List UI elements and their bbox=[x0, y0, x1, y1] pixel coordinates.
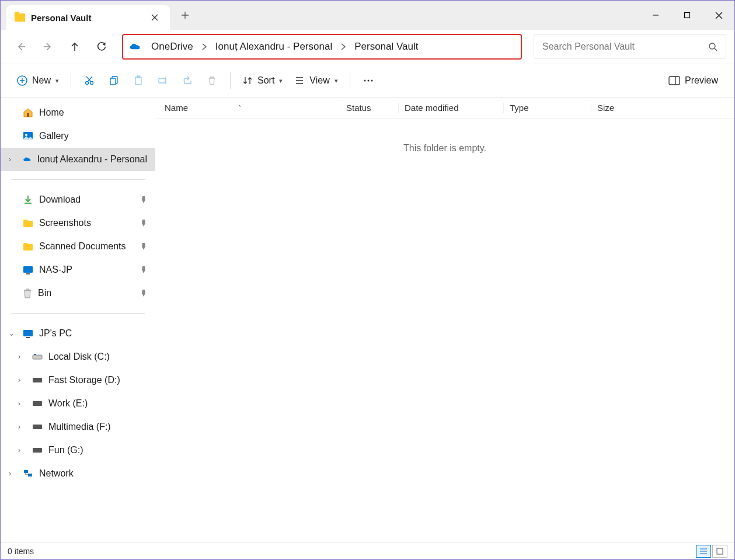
new-tab-button[interactable] bbox=[173, 4, 197, 27]
drive-icon bbox=[32, 377, 43, 383]
sidebar-item-drive-f[interactable]: › Multimedia (F:) bbox=[1, 415, 155, 439]
sidebar-item-drive-e[interactable]: › Work (E:) bbox=[1, 392, 155, 415]
chevron-right-icon[interactable]: › bbox=[18, 423, 20, 431]
svg-rect-8 bbox=[159, 78, 165, 83]
divider bbox=[11, 313, 145, 314]
svg-point-3 bbox=[86, 82, 89, 85]
sidebar-item-label: Fast Storage (D:) bbox=[48, 375, 120, 385]
sidebar-item-network[interactable]: › Network bbox=[1, 462, 155, 485]
delete-button[interactable] bbox=[200, 69, 224, 92]
sidebar-item-gallery[interactable]: Gallery bbox=[1, 124, 155, 148]
address-bar-row: OneDrive Ionuț Alexandru - Personal Pers… bbox=[1, 30, 734, 64]
item-count: 0 items bbox=[8, 547, 34, 556]
svg-rect-25 bbox=[33, 448, 42, 453]
sidebar-item-nas[interactable]: NAS-JP bbox=[1, 258, 155, 281]
chevron-down-icon: ▾ bbox=[335, 77, 338, 85]
sort-label: Sort bbox=[257, 75, 274, 86]
chevron-right-icon[interactable]: › bbox=[18, 353, 20, 361]
refresh-button[interactable] bbox=[89, 34, 114, 59]
thumbnails-view-button[interactable] bbox=[712, 545, 727, 558]
sidebar-item-label: Local Disk (C:) bbox=[48, 352, 110, 362]
breadcrumb-item-1[interactable]: Ionuț Alexandru - Personal bbox=[211, 39, 337, 55]
sidebar-item-home[interactable]: Home bbox=[1, 101, 155, 124]
sidebar-item-label: Multimedia (F:) bbox=[48, 422, 111, 432]
home-icon bbox=[23, 107, 33, 118]
search-input[interactable] bbox=[542, 41, 708, 52]
sort-button[interactable]: Sort ▾ bbox=[236, 69, 288, 92]
sidebar-item-label: Screenshots bbox=[39, 218, 91, 228]
sidebar-item-label: Work (E:) bbox=[48, 398, 88, 409]
column-header-type[interactable]: Type bbox=[503, 103, 591, 113]
search-box[interactable] bbox=[534, 34, 726, 59]
chevron-right-icon[interactable]: › bbox=[9, 469, 11, 478]
column-header-status[interactable]: Status bbox=[340, 103, 398, 113]
chevron-right-icon bbox=[340, 43, 346, 50]
more-button[interactable] bbox=[356, 69, 381, 92]
sidebar-item-bin[interactable]: Bin bbox=[1, 281, 155, 305]
svg-point-10 bbox=[367, 80, 369, 82]
new-button[interactable]: New ▾ bbox=[11, 69, 65, 92]
navigation-pane[interactable]: Home Gallery › Ionuț Alexandru - Persona… bbox=[1, 98, 155, 542]
separator bbox=[230, 72, 231, 89]
close-tab-button[interactable] bbox=[147, 9, 163, 26]
pin-icon bbox=[140, 289, 147, 297]
sidebar-item-download[interactable]: Download bbox=[1, 188, 155, 211]
copy-button[interactable] bbox=[102, 69, 126, 92]
breadcrumb-item-2[interactable]: Personal Vault bbox=[350, 39, 423, 55]
share-button[interactable] bbox=[175, 69, 200, 92]
separator bbox=[71, 72, 71, 89]
sidebar-item-onedrive-personal[interactable]: › Ionuț Alexandru - Personal bbox=[1, 148, 155, 171]
details-view-button[interactable] bbox=[696, 545, 711, 558]
breadcrumb[interactable]: OneDrive Ionuț Alexandru - Personal Pers… bbox=[122, 34, 522, 60]
cut-button[interactable] bbox=[77, 69, 102, 92]
active-tab[interactable]: Personal Vault bbox=[6, 5, 170, 30]
column-header-date[interactable]: Date modified bbox=[398, 103, 503, 113]
sidebar-item-label: Download bbox=[39, 194, 81, 205]
column-header-size[interactable]: Size bbox=[591, 103, 649, 113]
svg-rect-23 bbox=[33, 401, 42, 406]
maximize-button[interactable] bbox=[671, 4, 703, 27]
sidebar-item-scanned-documents[interactable]: Scanned Documents bbox=[1, 235, 155, 258]
file-list-pane: Name˄ Status Date modified Type Size Thi… bbox=[155, 98, 734, 542]
sidebar-item-screenshots[interactable]: Screenshots bbox=[1, 211, 155, 235]
svg-rect-17 bbox=[26, 273, 30, 274]
paste-button[interactable] bbox=[126, 69, 151, 92]
sidebar-item-label: Ionuț Alexandru - Personal bbox=[37, 154, 147, 165]
sidebar-item-pc[interactable]: ⌄ JP's PC bbox=[1, 322, 155, 345]
content-area: Home Gallery › Ionuț Alexandru - Persona… bbox=[1, 98, 734, 542]
close-window-button[interactable] bbox=[703, 4, 734, 27]
view-button[interactable]: View ▾ bbox=[288, 69, 343, 92]
preview-label: Preview bbox=[685, 75, 718, 86]
drive-icon bbox=[32, 353, 43, 360]
back-button[interactable] bbox=[9, 34, 33, 59]
sidebar-item-drive-c[interactable]: › Local Disk (C:) bbox=[1, 345, 155, 368]
drive-icon bbox=[32, 424, 43, 430]
sidebar-item-label: Gallery bbox=[39, 131, 69, 141]
chevron-right-icon[interactable]: › bbox=[18, 399, 20, 408]
bin-icon bbox=[23, 288, 32, 298]
chevron-right-icon[interactable]: › bbox=[18, 376, 20, 384]
up-button[interactable] bbox=[62, 34, 87, 59]
folder-icon bbox=[23, 242, 33, 251]
column-header-name[interactable]: Name˄ bbox=[165, 103, 340, 113]
minimize-button[interactable] bbox=[640, 4, 671, 27]
new-label: New bbox=[32, 75, 51, 86]
pin-icon bbox=[140, 219, 147, 227]
sidebar-item-drive-d[interactable]: › Fast Storage (D:) bbox=[1, 368, 155, 392]
breadcrumb-item-0[interactable]: OneDrive bbox=[147, 39, 198, 55]
preview-pane-button[interactable]: Preview bbox=[663, 69, 724, 92]
cloud-icon bbox=[23, 155, 31, 164]
window-controls bbox=[640, 4, 734, 27]
svg-rect-13 bbox=[27, 113, 29, 117]
chevron-down-icon[interactable]: ⌄ bbox=[9, 329, 15, 338]
pin-icon bbox=[140, 196, 147, 204]
svg-point-9 bbox=[364, 80, 365, 82]
rename-button[interactable] bbox=[151, 69, 175, 92]
column-headers: Name˄ Status Date modified Type Size bbox=[155, 98, 734, 119]
sidebar-item-label: Bin bbox=[38, 288, 51, 298]
sidebar-item-drive-g[interactable]: › Fun (G:) bbox=[1, 439, 155, 462]
divider bbox=[11, 179, 145, 180]
forward-button[interactable] bbox=[36, 34, 60, 59]
chevron-right-icon[interactable]: › bbox=[18, 446, 20, 454]
chevron-right-icon[interactable]: › bbox=[9, 155, 11, 164]
